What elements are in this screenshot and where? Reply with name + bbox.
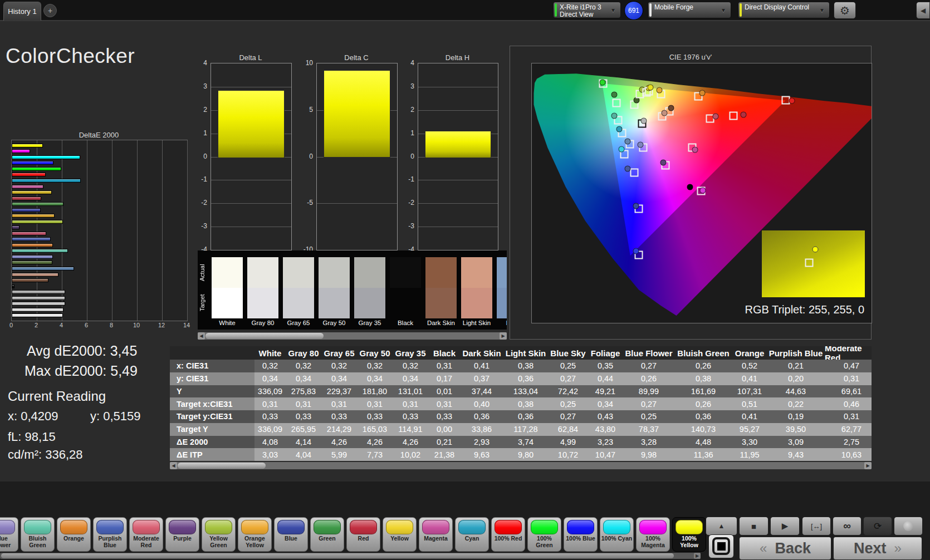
back-button[interactable]: « Back	[739, 537, 831, 560]
scroll-left-icon[interactable]: ◀	[170, 462, 177, 469]
patch-button-orange-yellow[interactable]: Orange Yellow	[238, 517, 272, 552]
patch-button-100-blue[interactable]: 100% Blue	[564, 517, 598, 552]
tab-history-1[interactable]: History 1	[3, 2, 41, 21]
patch-button-purplish-blue[interactable]: Purplish Blue	[93, 517, 127, 552]
value-cell: 0,32	[286, 360, 321, 372]
swatch-strip-scrollbar[interactable]: ◀ ▶	[198, 332, 507, 340]
patch-scrollbar-thumb[interactable]	[1, 553, 674, 558]
patch-label: Moderate Red	[130, 535, 163, 548]
patch-button-100-red[interactable]: 100% Red	[491, 517, 525, 552]
settings-button[interactable]: ⚙	[834, 2, 856, 19]
scroll-left-icon[interactable]: ◀	[198, 332, 205, 340]
measured-marker-green	[611, 92, 618, 98]
display-control-dropdown[interactable]: Direct Display Control ▼	[738, 2, 830, 18]
value-cell: 0,33	[393, 410, 428, 423]
swatch-scrollbar-thumb[interactable]	[205, 333, 324, 339]
delta-c-plot	[316, 63, 398, 250]
table-scrollbar[interactable]: ◀ ▶	[170, 462, 872, 469]
deltae-bar-100-blue	[12, 161, 53, 165]
patch-button-blue[interactable]: Blue	[274, 517, 308, 552]
loop-button[interactable]: ∞	[833, 517, 862, 536]
patch-button-100-cyan[interactable]: 100% Cyan	[600, 517, 634, 552]
avg-de2000-value: Avg dE2000: 3,45	[27, 343, 137, 359]
patch-button-orange[interactable]: Orange	[57, 517, 91, 552]
patch-button-bluish-green[interactable]: Bluish Green	[21, 517, 55, 552]
chevrons-right-icon: »	[894, 541, 902, 556]
refresh-button[interactable]: ⟳	[863, 517, 892, 536]
patch-label: 100% Yellow	[673, 535, 706, 548]
patch-button-moderate-red[interactable]: Moderate Red	[129, 517, 163, 552]
cie-zoom-inset	[762, 230, 865, 297]
collapse-panel-button[interactable]: ◀	[916, 2, 930, 19]
patch-button-red[interactable]: Red	[346, 517, 380, 552]
value-cell: 0,00	[428, 423, 461, 436]
row-label-cell: Target Y	[170, 423, 254, 436]
row-label-cell: Y	[170, 385, 254, 398]
circle-icon	[903, 521, 913, 531]
play-button[interactable]: ▶	[770, 517, 800, 536]
x-tick-label: 10	[133, 322, 140, 328]
value-cell: 9,80	[503, 448, 549, 461]
scroll-right-icon[interactable]: ▶	[694, 553, 701, 559]
scroll-right-icon[interactable]: ▶	[500, 332, 507, 340]
value-cell: 0,34	[321, 372, 357, 385]
patch-button-magenta[interactable]: Magenta	[419, 517, 453, 552]
swatch-label: Gray 50	[314, 320, 354, 326]
pattern-list-up-button[interactable]: ▲	[706, 517, 737, 536]
value-cell: 165,03	[357, 423, 393, 436]
patch-label: 100% Blue	[564, 535, 597, 542]
add-tab-button[interactable]: +	[43, 4, 57, 17]
value-cell: 0,32	[254, 360, 286, 372]
patch-label: Magenta	[419, 535, 452, 542]
pattern-window-button[interactable]	[708, 534, 734, 558]
value-cell: 336,09	[254, 423, 286, 436]
patch-button-100-yellow[interactable]: 100% Yellow	[672, 517, 706, 552]
extra-round-button[interactable]	[894, 517, 923, 536]
patch-button-yellow-green[interactable]: Yellow Green	[202, 517, 236, 552]
value-cell: 0,17	[428, 372, 461, 385]
patch-button-100-green[interactable]: 100% Green	[527, 517, 561, 552]
patch-button-100-magenta[interactable]: 100% Magenta	[636, 517, 670, 552]
swatch-label: Gray 80	[243, 320, 283, 326]
patch-button-blue-flower[interactable]: Blue Flower	[0, 517, 18, 552]
target-color	[247, 288, 278, 318]
value-cell: Gray 50	[357, 346, 393, 360]
y-tick-label: 1	[399, 129, 414, 137]
table-scrollbar-thumb[interactable]	[178, 463, 266, 469]
value-cell: 0,52	[732, 360, 767, 372]
patch-button-green[interactable]: Green	[310, 517, 344, 552]
inset-target-point	[805, 258, 814, 267]
chevron-down-icon: ▼	[610, 7, 616, 13]
patch-button-yellow[interactable]: Yellow	[383, 517, 417, 552]
swatch-label: Gray 35	[350, 320, 390, 326]
y-tick-label: 4	[192, 59, 207, 67]
next-button[interactable]: Next »	[833, 537, 922, 560]
deltae-bar-dark-skin	[12, 278, 48, 282]
patch-button-purple[interactable]: Purple	[165, 517, 199, 552]
value-cell: 4,14	[286, 436, 321, 449]
gridline	[211, 227, 291, 227]
value-cell: 0,34	[393, 372, 428, 385]
stop-button[interactable]: ■	[739, 517, 769, 536]
row-label-cell: Target x:CIE31	[170, 397, 254, 410]
patch-label: 100% Magenta	[637, 535, 669, 548]
value-cell: 11,95	[732, 448, 767, 461]
delta-l-plot	[211, 63, 292, 250]
patch-scrollbar[interactable]: ▶	[0, 553, 701, 559]
pattern-size-button[interactable]: [↔]	[802, 517, 831, 536]
scroll-right-icon[interactable]: ▶	[864, 462, 872, 469]
meter-count-badge[interactable]: 691	[624, 1, 643, 20]
value-cell: 0,01	[428, 385, 461, 398]
source-dropdown[interactable]: Mobile Forge ▼	[648, 2, 731, 18]
current-reading-label: Current Reading	[8, 389, 106, 404]
value-cell: 37,44	[461, 385, 503, 398]
chevron-up-icon: ▲	[718, 522, 725, 530]
measured-marker-purple	[660, 159, 667, 165]
delta-bar	[324, 70, 390, 158]
swatch-black: Black	[390, 257, 421, 318]
meter-dropdown[interactable]: X-Rite i1Pro 3 Direct View ▼	[553, 2, 621, 18]
patch-button-cyan[interactable]: Cyan	[455, 517, 489, 552]
actual-row-label: Actual	[199, 258, 208, 287]
reading-y: y: 0,5159	[90, 409, 141, 424]
patch-color	[603, 520, 630, 534]
